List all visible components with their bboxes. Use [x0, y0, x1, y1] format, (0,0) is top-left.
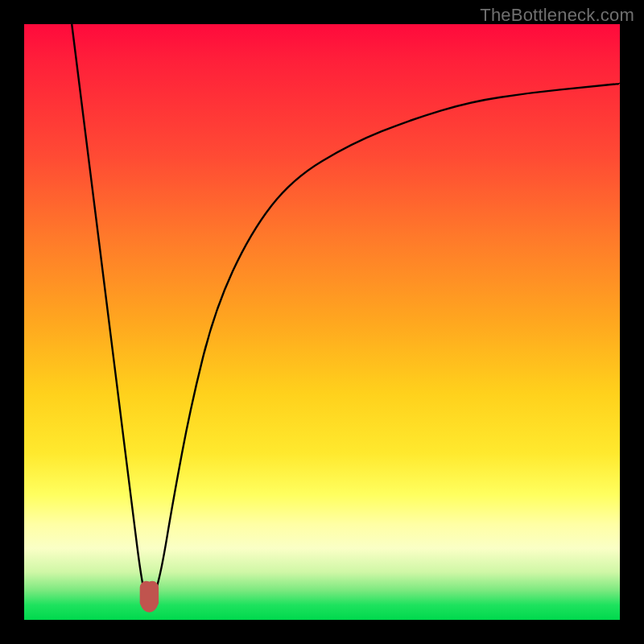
chart-frame: TheBottleneck.com	[0, 0, 644, 644]
plot-area	[24, 24, 620, 620]
watermark-text: TheBottleneck.com	[480, 5, 634, 26]
minimum-marker	[147, 588, 152, 606]
bottleneck-curve	[72, 24, 620, 602]
curve-layer	[24, 24, 620, 620]
